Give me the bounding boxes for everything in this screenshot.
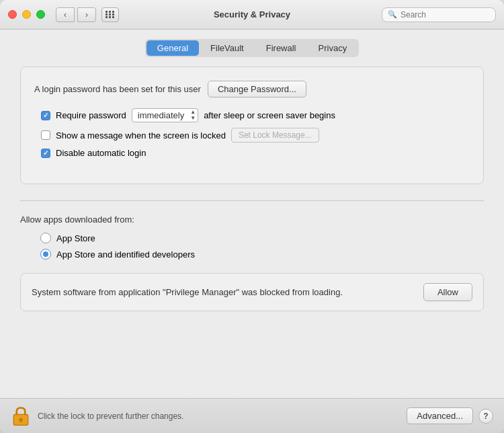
set-lock-message-button[interactable]: Set Lock Message... — [231, 128, 319, 143]
window: ‹ › Security & Privacy 🔍 General FileVau… — [0, 0, 504, 433]
login-password-label: A login password has been set for this u… — [34, 84, 201, 94]
show-message-row: Show a message when the screen is locked… — [34, 128, 470, 143]
password-dropdown-wrapper[interactable]: immediately ▲ ▼ — [132, 108, 198, 122]
disable-autologin-label: Disable automatic login — [56, 148, 146, 158]
grid-button[interactable] — [101, 7, 119, 22]
titlebar: ‹ › Security & Privacy 🔍 — [0, 0, 504, 30]
arrow-up-icon: ▲ — [190, 110, 196, 115]
lock-text: Click the lock to prevent further change… — [38, 411, 407, 421]
advanced-button[interactable]: Advanced... — [407, 407, 473, 424]
allow-button[interactable]: Allow — [423, 283, 472, 301]
radio-app-store-row: App Store — [20, 233, 484, 243]
search-input[interactable] — [401, 10, 490, 19]
login-password-row: A login password has been set for this u… — [34, 81, 470, 97]
lock-icon[interactable] — [11, 405, 31, 428]
disable-autologin-checkbox[interactable] — [41, 149, 50, 158]
minimize-button[interactable] — [22, 10, 31, 19]
radio-app-store[interactable] — [40, 233, 51, 243]
section-divider — [20, 200, 484, 201]
back-button[interactable]: ‹ — [56, 7, 75, 22]
dropdown-arrows: ▲ ▼ — [190, 110, 196, 121]
tab-filevault[interactable]: FileVault — [200, 40, 255, 56]
radio-identified[interactable] — [40, 249, 51, 260]
arrow-down-icon: ▼ — [190, 116, 196, 121]
downloads-section: Allow apps downloaded from: App Store Ap… — [20, 214, 484, 311]
require-password-row: Require password immediately ▲ ▼ after s… — [34, 108, 470, 122]
password-dropdown-value: immediately — [138, 110, 184, 120]
tabs-group: General FileVault Firewall Privacy — [145, 39, 359, 57]
tabs-bar: General FileVault Firewall Privacy — [0, 30, 504, 64]
search-box[interactable]: 🔍 — [382, 7, 496, 22]
show-message-label: Show a message when the screen is locked — [56, 130, 226, 141]
password-dropdown[interactable]: immediately — [132, 108, 198, 122]
search-icon: 🔍 — [388, 10, 397, 19]
content-inner: A login password has been set for this u… — [20, 64, 484, 398]
show-message-checkbox[interactable] — [41, 130, 50, 140]
radio-identified-row: App Store and identified developers — [20, 249, 484, 260]
tab-privacy[interactable]: Privacy — [308, 40, 358, 56]
tab-general[interactable]: General — [146, 40, 199, 56]
nav-buttons: ‹ › — [56, 7, 96, 22]
bottom-bar: Click the lock to prevent further change… — [0, 398, 504, 433]
blocked-app-row: System software from application "Privil… — [20, 273, 484, 311]
window-title: Security & Privacy — [214, 9, 290, 19]
help-button[interactable]: ? — [478, 409, 493, 424]
tab-firewall[interactable]: Firewall — [255, 40, 307, 56]
grid-icon — [106, 11, 115, 18]
radio-identified-label: App Store and identified developers — [56, 249, 195, 260]
allow-apps-label: Allow apps downloaded from: — [20, 214, 484, 225]
traffic-lights — [8, 10, 45, 19]
require-password-suffix: after sleep or screen saver begins — [204, 110, 335, 120]
svg-rect-2 — [20, 420, 22, 422]
top-section: A login password has been set for this u… — [20, 67, 484, 184]
change-password-button[interactable]: Change Password... — [208, 81, 306, 97]
close-button[interactable] — [8, 10, 17, 19]
blocked-app-text: System software from application "Privil… — [32, 286, 343, 299]
maximize-button[interactable] — [36, 10, 45, 19]
require-password-checkbox[interactable] — [41, 111, 50, 120]
disable-autologin-row: Disable automatic login — [34, 148, 470, 158]
require-password-label: Require password — [56, 110, 126, 120]
forward-button[interactable]: › — [77, 7, 96, 22]
radio-app-store-label: App Store — [56, 233, 95, 243]
content: A login password has been set for this u… — [0, 64, 504, 398]
